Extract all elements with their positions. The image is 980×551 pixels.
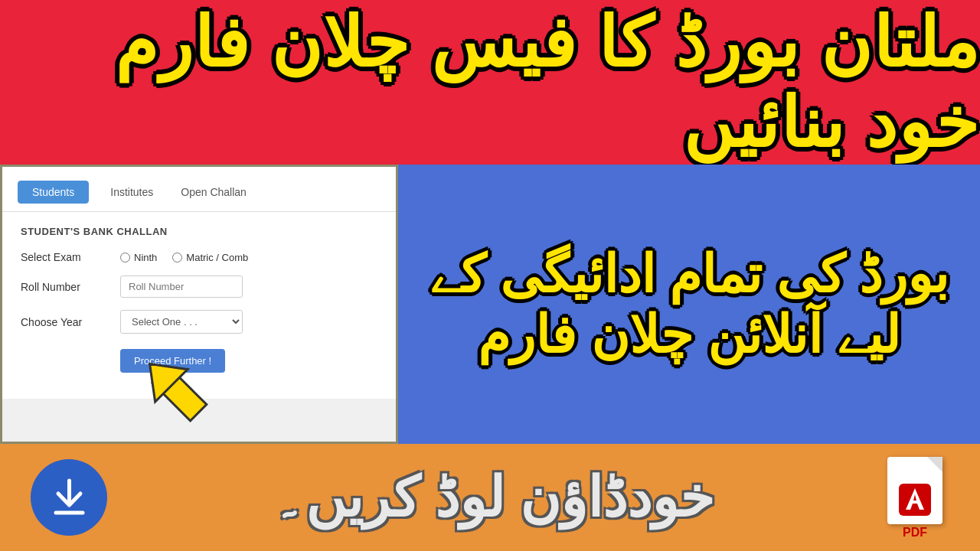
bottom-banner: خودڈاؤن لوڈ کریں۔ PDF bbox=[0, 444, 980, 551]
choose-year-label: Choose Year bbox=[21, 316, 120, 328]
matric-radio-label[interactable]: Matric / Comb bbox=[172, 252, 248, 263]
arrow-icon bbox=[121, 350, 243, 442]
select-exam-label: Select Exam bbox=[21, 251, 120, 263]
top-urdu-heading: ملتان بورڈ کا فیس چلان فارم خود بنائیں bbox=[0, 2, 980, 163]
choose-year-row: Choose Year Select One . . . bbox=[21, 310, 377, 334]
arrow-container bbox=[121, 350, 243, 442]
download-icon bbox=[48, 477, 90, 519]
right-urdu-text: بورڈ کی تمام ادائیگی کے لیے آنلائن چلان … bbox=[413, 244, 965, 364]
matric-label-text: Matric / Comb bbox=[186, 252, 248, 263]
roll-number-label: Roll Number bbox=[21, 281, 120, 293]
year-select[interactable]: Select One . . . bbox=[120, 310, 243, 334]
form-panel: Students Institutes Open Challan STUDENT… bbox=[0, 165, 398, 444]
pdf-icon-container: PDF bbox=[880, 455, 949, 540]
matric-radio[interactable] bbox=[172, 253, 182, 262]
ninth-label-text: Ninth bbox=[134, 252, 157, 263]
ninth-radio-label[interactable]: Ninth bbox=[120, 252, 157, 263]
top-banner: ملتان بورڈ کا فیس چلان فارم خود بنائیں bbox=[0, 0, 980, 165]
pdf-acrobat-icon bbox=[897, 482, 933, 517]
section-title: STUDENT'S BANK CHALLAN bbox=[21, 226, 377, 237]
tab-students[interactable]: Students bbox=[18, 181, 89, 204]
pdf-paper bbox=[887, 457, 942, 524]
download-circle[interactable] bbox=[31, 459, 107, 536]
tab-institutes[interactable]: Institutes bbox=[104, 181, 159, 203]
roll-number-row: Roll Number bbox=[21, 276, 377, 298]
pdf-label: PDF bbox=[903, 526, 927, 540]
exam-radio-group: Ninth Matric / Comb bbox=[120, 252, 248, 263]
select-exam-row: Select Exam Ninth Matric / Comb bbox=[21, 251, 377, 263]
middle-section: Students Institutes Open Challan STUDENT… bbox=[0, 165, 980, 444]
tab-open-challan[interactable]: Open Challan bbox=[175, 181, 253, 203]
tab-bar: Students Institutes Open Challan bbox=[2, 167, 396, 212]
right-panel: بورڈ کی تمام ادائیگی کے لیے آنلائن چلان … bbox=[398, 165, 980, 444]
roll-number-input[interactable] bbox=[120, 276, 243, 298]
bottom-urdu-text: خودڈاؤن لوڈ کریں۔ bbox=[107, 470, 880, 525]
ninth-radio[interactable] bbox=[120, 253, 130, 262]
